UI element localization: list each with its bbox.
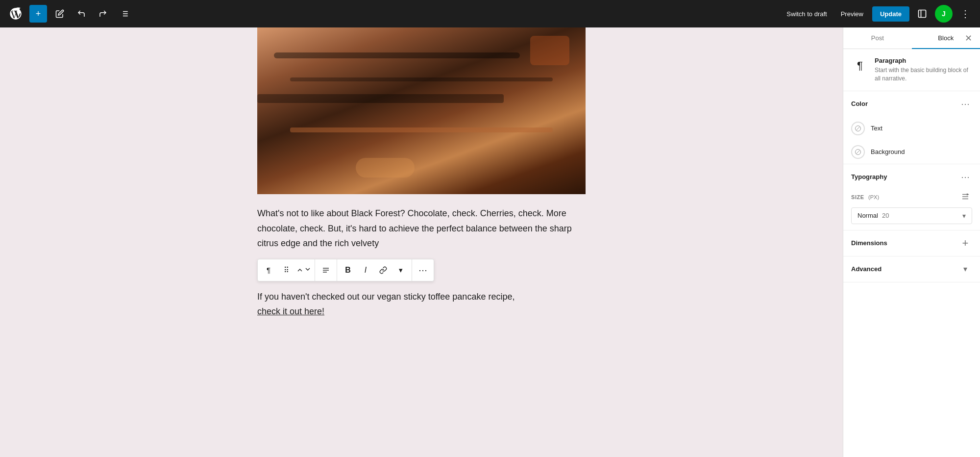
canvas-area: What's not to like about Black Forest? C… <box>0 27 843 457</box>
advanced-chevron-btn[interactable]: ▾ <box>958 262 972 276</box>
more-rich-text-btn[interactable]: ▾ <box>392 261 410 279</box>
typography-section-title: Typography <box>851 173 887 180</box>
paragraph-type-btn[interactable]: ¶ <box>260 261 277 279</box>
font-size-num: 20 <box>882 212 889 219</box>
preview-button[interactable]: Preview <box>836 7 868 21</box>
list-view-button[interactable] <box>116 5 133 23</box>
close-sidebar-button[interactable]: ✕ <box>960 30 976 46</box>
dimensions-section: Dimensions + <box>843 230 980 256</box>
color-section-more-btn[interactable]: ⋯ <box>958 97 972 111</box>
color-section-title: Color <box>851 100 868 107</box>
typography-controls: SIZE (PX) Normal 20 ▾ <box>843 190 980 230</box>
post-tab[interactable]: Post <box>843 27 912 49</box>
size-label: SIZE (PX) <box>851 192 879 201</box>
block-type-group: ¶ ⠿ <box>258 259 315 281</box>
main-layout: What's not to like about Black Forest? C… <box>0 27 980 457</box>
background-color-option[interactable]: Background <box>843 140 980 164</box>
dimensions-title: Dimensions <box>851 239 887 247</box>
block-description: Start with the basic building block of a… <box>875 66 972 83</box>
font-size-dropdown-icon: ▾ <box>962 212 966 220</box>
right-sidebar: Post Block ✕ ¶ Paragraph Start with the … <box>843 27 980 457</box>
align-group <box>315 259 337 281</box>
undo-button[interactable] <box>73 5 90 23</box>
block-name: Paragraph <box>875 57 972 64</box>
paragraph-text-2: If you haven't checked out our vegan sti… <box>257 289 586 319</box>
check-it-out-link[interactable]: check it out here! <box>257 306 324 316</box>
top-toolbar: + Switch to draft Preview Update J ⋮ <box>0 0 980 27</box>
format-group: B I ▾ <box>337 259 412 281</box>
bold-btn[interactable]: B <box>339 261 357 279</box>
jetpack-icon[interactable]: J <box>935 5 953 23</box>
text-color-option[interactable]: Text <box>843 117 980 140</box>
typography-section: Typography ⋯ SIZE (PX) <box>843 164 980 230</box>
font-size-name: Normal <box>858 212 878 219</box>
align-btn[interactable] <box>317 261 335 279</box>
advanced-title: Advanced <box>851 265 882 273</box>
text-color-label: Text <box>871 125 882 132</box>
settings-sidebar-toggle[interactable] <box>913 5 931 23</box>
text-color-circle <box>851 122 865 135</box>
block-info: ¶ Paragraph Start with the basic buildin… <box>843 49 980 91</box>
typography-section-header[interactable]: Typography ⋯ <box>843 164 980 190</box>
color-section: Color ⋯ Text Background <box>843 91 980 164</box>
drag-handle-btn[interactable]: ⠿ <box>277 261 295 279</box>
italic-btn[interactable]: I <box>357 261 374 279</box>
cake-image[interactable] <box>257 27 586 194</box>
font-size-value: Normal 20 <box>858 212 889 219</box>
move-up-down-btn[interactable] <box>295 261 313 279</box>
canvas-content: What's not to like about Black Forest? C… <box>184 27 659 457</box>
edit-button[interactable] <box>51 5 69 23</box>
redo-button[interactable] <box>94 5 112 23</box>
dimensions-section-header[interactable]: Dimensions + <box>843 230 980 256</box>
size-controls-btn[interactable] <box>958 190 972 203</box>
inline-toolbar: ¶ ⠿ <box>257 259 434 281</box>
typography-section-more-btn[interactable]: ⋯ <box>958 170 972 184</box>
background-color-label: Background <box>871 148 905 155</box>
new-block-button[interactable]: + <box>29 5 47 23</box>
wordpress-logo[interactable] <box>6 4 25 24</box>
link-btn[interactable] <box>374 261 392 279</box>
background-color-circle <box>851 145 865 159</box>
size-label-row: SIZE (PX) <box>851 190 972 203</box>
block-options-btn[interactable]: ⋯ <box>414 261 432 279</box>
switch-to-draft-button[interactable]: Switch to draft <box>782 7 832 21</box>
dimensions-add-btn[interactable]: + <box>958 236 972 250</box>
advanced-section: Advanced ▾ <box>843 256 980 282</box>
paragraph-text-1[interactable]: What's not to like about Black Forest? C… <box>257 206 586 251</box>
paragraph-container: What's not to like about Black Forest? C… <box>257 194 586 319</box>
color-section-header[interactable]: Color ⋯ <box>843 91 980 117</box>
options-button[interactable]: ⋮ <box>956 5 974 23</box>
block-info-text: Paragraph Start with the basic building … <box>875 57 972 83</box>
paragraph-continuation: If you haven't checked out our vegan sti… <box>257 292 514 302</box>
font-size-select[interactable]: Normal 20 ▾ <box>851 207 972 224</box>
update-button[interactable]: Update <box>872 6 909 22</box>
block-options-group: ⋯ <box>412 259 434 281</box>
advanced-section-header[interactable]: Advanced ▾ <box>843 256 980 282</box>
svg-rect-6 <box>919 10 926 18</box>
sidebar-tabs: Post Block ✕ <box>843 27 980 49</box>
block-type-icon: ¶ <box>851 57 869 75</box>
